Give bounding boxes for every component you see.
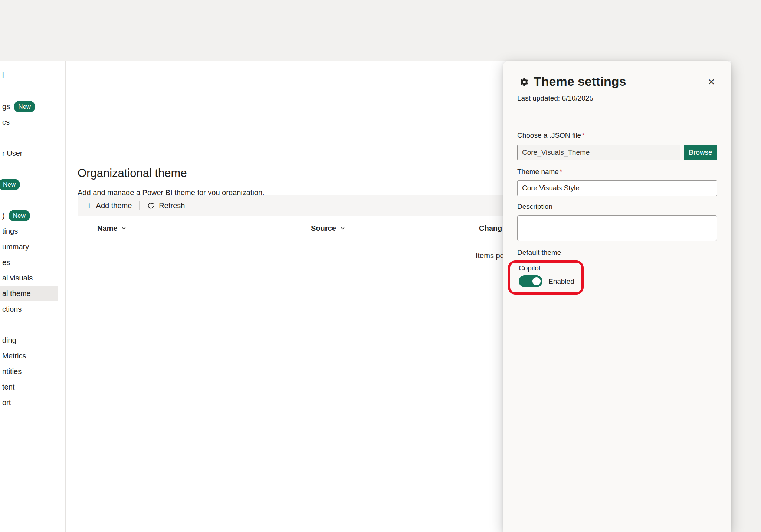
sidebar-item-label: ntities [2,367,22,376]
sidebar-item-label: r User [2,149,22,158]
sidebar-item[interactable]: cs [0,114,58,130]
sidebar-item-label: al visuals [2,274,33,282]
new-badge: New [14,101,35,112]
sidebar-item[interactable]: es [0,254,58,270]
sidebar-item-label: Metrics [2,352,26,360]
close-button[interactable]: × [703,74,719,90]
sidebar-item[interactable]: tings [0,223,58,239]
required-asterisk: * [560,168,562,175]
sidebar-item[interactable]: ntities [0,364,58,379]
sidebar-item-selected[interactable]: al theme [0,286,58,301]
toggle-state-label: Enabled [548,278,574,286]
json-file-input[interactable] [517,145,680,160]
column-header-name[interactable]: Name [97,224,127,233]
column-header-source[interactable]: Source [311,224,345,233]
description-label: Description [517,203,552,211]
sidebar-item[interactable]: ummary [0,239,58,254]
add-theme-label: Add theme [96,201,132,210]
column-header-changed-label: Chang [479,224,502,233]
toggle-knob [532,277,541,285]
sidebar-item[interactable]: ort [0,395,58,410]
column-header-changed[interactable]: Chang [479,224,502,233]
theme-name-input[interactable] [517,180,717,196]
sidebar-nav: lgsNewcsr UserNew)Newtingsummaryesal vis… [0,61,66,532]
sidebar-item[interactable]: al visuals [0,270,58,286]
sidebar-item-label: es [2,258,10,267]
items-per-page-label: Items pe [476,252,504,260]
toolbar-divider [139,201,140,210]
default-theme-label: Default theme [517,249,561,257]
copilot-toggle[interactable] [519,275,542,287]
panel-header-divider [503,116,731,116]
required-asterisk: * [582,131,584,139]
sidebar-item-label: tings [2,227,18,236]
sidebar-item[interactable]: ding [0,332,58,348]
column-header-name-label: Name [97,224,117,233]
theme-name-label: Theme name* [517,168,562,176]
close-icon: × [708,75,715,88]
chevron-down-icon [121,224,127,233]
chevron-down-icon [340,224,345,233]
sidebar-item-label: ummary [2,243,29,251]
sidebar-item-label: ding [2,336,16,345]
copilot-label: Copilot [519,264,541,272]
last-updated-text: Last updated: 6/10/2025 [517,94,593,102]
sidebar-item[interactable]: gsNew [0,99,58,114]
browse-button[interactable]: Browse [684,145,717,160]
sidebar-item[interactable]: tent [0,379,58,395]
sidebar-item[interactable]: New [0,177,58,192]
page-title: Organizational theme [78,167,187,180]
sidebar-item[interactable]: Metrics [0,348,58,364]
sidebar-item-label: gs [2,102,10,111]
add-theme-button[interactable]: + Add theme [81,198,138,213]
sidebar-item-label: ort [2,398,11,407]
new-badge: New [0,179,20,190]
description-textarea[interactable] [517,215,717,241]
theme-settings-panel: Theme settings × Last updated: 6/10/2025… [503,61,731,532]
sidebar-item-label: l [2,71,4,80]
column-header-source-label: Source [311,224,336,233]
json-file-label: Choose a .JSON file* [517,131,585,139]
sidebar-item-label: al theme [2,289,31,298]
sidebar-item-label: ) [2,211,5,220]
refresh-label: Refresh [159,201,185,210]
new-badge: New [9,210,30,221]
sidebar-item[interactable]: ctions [0,301,58,317]
refresh-button[interactable]: Refresh [141,198,191,213]
sidebar-item-label: cs [2,118,10,127]
screen: lgsNewcsr UserNew)Newtingsummaryesal vis… [0,0,761,532]
refresh-icon [147,202,155,210]
settings-gear-icon [519,77,529,87]
sidebar-item-label: tent [2,383,14,391]
sidebar-item[interactable]: )New [0,208,58,223]
sidebar-item[interactable]: l [0,68,58,83]
sidebar-item-label: ctions [2,305,22,313]
plus-icon: + [86,201,92,210]
sidebar-item[interactable]: r User [0,145,58,161]
panel-title: Theme settings [534,74,626,89]
